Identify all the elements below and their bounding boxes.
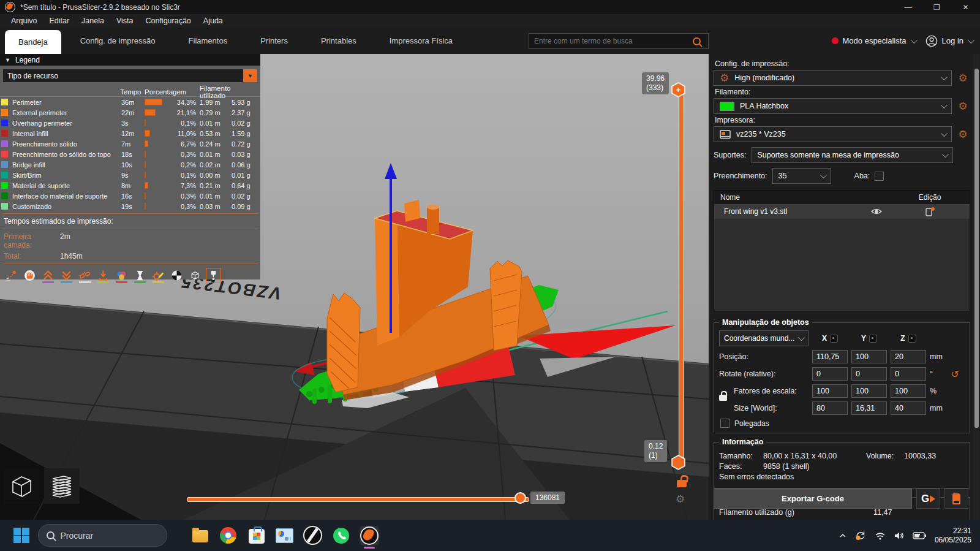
3d-view-button[interactable] [4,468,39,504]
position-y-input[interactable] [851,350,887,363]
legend-header[interactable]: ▼ Legend [0,54,260,66]
rotate-y-input[interactable] [851,367,887,381]
menu-vista[interactable]: Vista [110,15,140,27]
settings-search-input[interactable] [529,37,693,45]
print-settings-combo[interactable]: ⚙ High (modificado) [714,70,952,86]
size-z-input[interactable] [891,401,926,415]
tool-marker-icon[interactable] [206,268,221,283]
percentage-bar [145,140,174,147]
send-gcode-button[interactable]: G [916,488,940,509]
prusaslicer-taskbar-icon[interactable] [360,526,379,545]
filament-combo[interactable]: PLA Hatchbox [714,98,952,114]
scale-lock-icon[interactable] [719,395,727,401]
edit-object-icon[interactable] [890,207,970,217]
menu-janela[interactable]: Janela [75,15,110,27]
rotate-x-input[interactable] [812,367,848,381]
tab-printables[interactable]: Printables [304,28,373,54]
menu-configuracao[interactable]: Configuração [139,15,197,27]
mirror-y-icon[interactable] [869,335,877,343]
printer-combo[interactable]: vz235 * Vz235 [714,126,952,142]
file-explorer-icon[interactable] [190,526,210,545]
tab-impressora-fisica[interactable]: Impressora Física [373,28,469,54]
layer-lock-icon[interactable] [677,480,687,487]
unlink-icon[interactable] [77,268,92,283]
minimize-button[interactable]: — [894,0,922,14]
mode-selector[interactable]: Modo especialista [832,36,916,45]
moves-slider-handle[interactable] [514,492,526,504]
supports-value: Suportes somente na mesa de impressão [758,151,899,159]
tray-chevron-icon[interactable] [839,533,846,538]
custom-gcode-icon[interactable] [151,268,166,283]
layers-preview-button[interactable] [44,468,80,504]
battery-icon[interactable] [913,532,927,539]
volume-icon[interactable] [894,531,905,540]
microsoft-store-icon[interactable] [247,526,266,545]
dropdown-arrow-icon[interactable]: ▼ [243,69,257,82]
supports-combo[interactable]: Suportes somente na mesa de impressão [752,147,953,163]
moves-slider-track[interactable] [187,497,529,502]
login-button[interactable]: Log in [925,35,973,47]
coordinate-system-combo[interactable]: Coordenadas mund... [719,330,809,346]
close-button[interactable]: ✕ [951,0,980,14]
col-porcentagem: Porcentagem [145,88,200,96]
brim-checkbox[interactable] [875,172,884,181]
chevrons-down-icon[interactable] [59,268,74,283]
start-button[interactable] [13,528,29,544]
dark-app-icon[interactable] [303,526,323,545]
tab-config-impressao[interactable]: Config. de impressão [64,28,172,54]
tab-bandeja[interactable]: Bandeja [5,30,61,54]
taskbar-search[interactable]: Procurar [38,524,167,547]
chevrons-up-icon[interactable] [40,268,56,283]
maximize-button[interactable]: ❐ [922,0,951,14]
object-row[interactable]: Front wing v1 v3.stl [714,204,970,219]
scrollbar-thumb[interactable] [974,69,979,428]
menu-ajuda[interactable]: Ajuda [197,15,229,27]
export-gcode-button[interactable]: Exportar G-code [714,488,912,509]
filament-edit-button[interactable]: ⚙ [956,101,970,112]
pause-hourglass-icon[interactable] [132,268,148,283]
whatsapp-icon[interactable] [331,526,351,545]
rotate-z-input[interactable] [891,367,926,381]
shells-icon[interactable] [187,268,203,283]
infill-combo[interactable]: 35 [772,168,831,184]
clock[interactable]: 22:31 06/05/2025 [935,526,971,545]
print-settings-edit-button[interactable]: ⚙ [956,73,970,83]
size-y-input[interactable] [851,401,887,415]
legend-row: Material de suporte8m7,3%0.21 m0.64 g [0,180,260,191]
view-type-dropdown[interactable]: Tipo de recurso ▼ [3,69,257,82]
tab-printers[interactable]: Printers [244,28,304,54]
center-of-mass-icon[interactable] [169,268,184,283]
mirror-z-icon[interactable] [908,335,916,343]
position-x-input[interactable] [812,350,848,363]
wipe-icon[interactable] [22,268,37,283]
photos-app-icon[interactable] [275,526,295,545]
size-x-input[interactable] [812,401,848,415]
sidebar-scrollbar[interactable] [973,54,979,520]
menu-editar[interactable]: Editar [43,15,75,27]
printer-edit-button[interactable]: ⚙ [956,129,970,140]
window-title: *Sem título - PrusaSlicer-2.9.2 baseado … [20,3,180,12]
onedrive-sync-icon[interactable] [854,530,867,541]
retraction-icon[interactable] [96,268,111,283]
color-changes-icon[interactable] [114,268,129,283]
3d-viewport[interactable]: VZBOT235 [0,54,709,520]
slider-settings-gear-icon[interactable]: ⚙ [676,493,685,506]
travels-icon[interactable] [4,268,19,283]
position-z-input[interactable] [891,350,926,363]
legend-title: Legend [15,56,40,64]
object-list-empty-area[interactable] [714,219,970,311]
tab-filamentos[interactable]: Filamentos [172,28,244,54]
mirror-x-icon[interactable] [830,335,838,343]
layer-slider-track[interactable] [679,89,684,463]
scale-z-input[interactable] [891,384,926,398]
wifi-icon[interactable] [875,531,886,540]
visibility-eye-icon[interactable] [863,208,890,215]
search-icon[interactable] [693,37,701,45]
reset-rotation-icon[interactable]: ↺ [949,368,960,380]
chrome-icon[interactable] [219,526,238,545]
export-to-sd-button[interactable] [944,488,968,509]
inches-checkbox[interactable] [720,419,729,428]
scale-x-input[interactable] [812,384,848,398]
menu-arquivo[interactable]: Arquivo [5,15,43,27]
scale-y-input[interactable] [851,384,887,398]
